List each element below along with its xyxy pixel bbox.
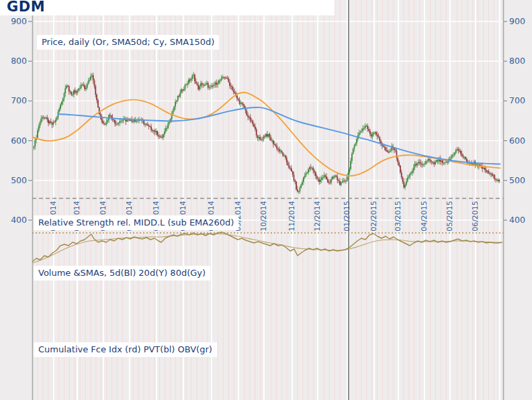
y-axis-label-right: 900 <box>509 16 532 26</box>
x-axis-month-label: 11/2014 <box>287 195 297 238</box>
x-axis-month-label: 02/2015 <box>369 195 379 238</box>
y-axis-label-right: 500 <box>509 175 532 185</box>
x-axis-month-label: 12/2014 <box>313 195 322 238</box>
y-axis-label-right: 800 <box>509 56 532 66</box>
x-axis-month-label: 05/2015 <box>445 195 455 238</box>
x-axis-month-label: 06/2015 <box>471 195 480 238</box>
relative-strength-panel-label: Relative Strength rel. MIDD.L (sub EMA26… <box>34 215 238 230</box>
y-axis-label-left: 600 <box>3 136 27 146</box>
volume-panel-label: Volume &SMAs, 5d(Bl) 20d(Y) 80d(Gy) <box>34 266 210 281</box>
x-axis-month-label: 10/2014 <box>259 195 269 238</box>
y-axis-label-left: 700 <box>3 95 27 105</box>
x-axis-month-label: 01/2015 <box>343 195 352 238</box>
y-axis-label-right: 600 <box>509 136 532 146</box>
y-axis-label-left: 900 <box>3 16 27 26</box>
stock-chart-page: GDM Price, daily (Or, SMA50d; Cy, SMA150… <box>0 0 532 400</box>
page-title: GDM <box>7 0 45 15</box>
price-panel-label: Price, daily (Or, SMA50d; Cy, SMA150d) <box>37 35 219 50</box>
header-strip <box>0 0 335 15</box>
y-axis-label-left: 400 <box>3 215 27 225</box>
y-axis-label-right: 400 <box>509 215 532 225</box>
y-axis-label-left: 500 <box>3 175 27 185</box>
y-axis-label-right: 700 <box>509 95 532 105</box>
cumulative-panel-label: Cumulative Fce Idx (rd) PVT(bl) OBV(gr) <box>34 342 217 357</box>
y-axis-label-left: 800 <box>3 56 27 66</box>
x-axis-month-label: 03/2015 <box>394 195 403 238</box>
x-axis-month-label: 04/2015 <box>420 195 429 238</box>
